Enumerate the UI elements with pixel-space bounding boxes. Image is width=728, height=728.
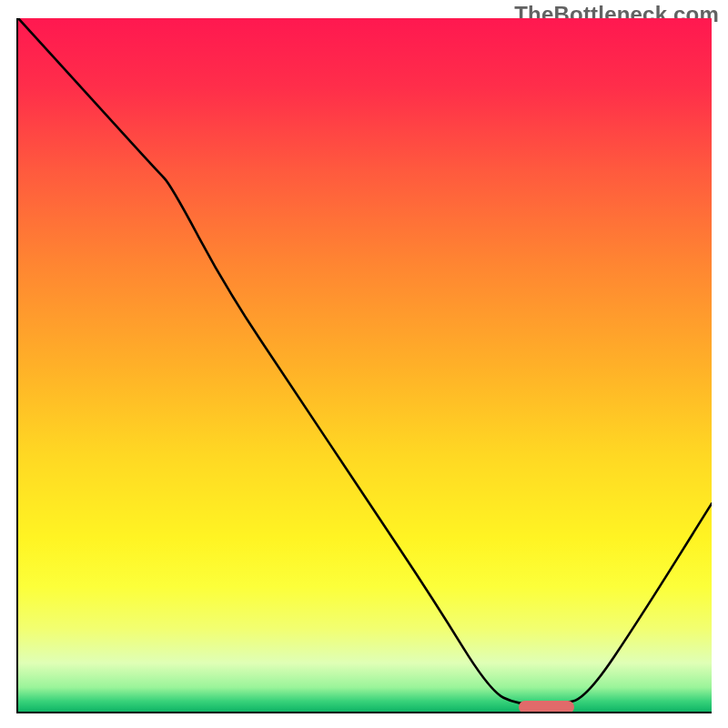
chart-stage: TheBottleneck.com <box>0 0 728 728</box>
optimal-range-marker <box>519 701 574 713</box>
bottleneck-curve <box>18 18 712 712</box>
plot-area <box>16 18 712 713</box>
